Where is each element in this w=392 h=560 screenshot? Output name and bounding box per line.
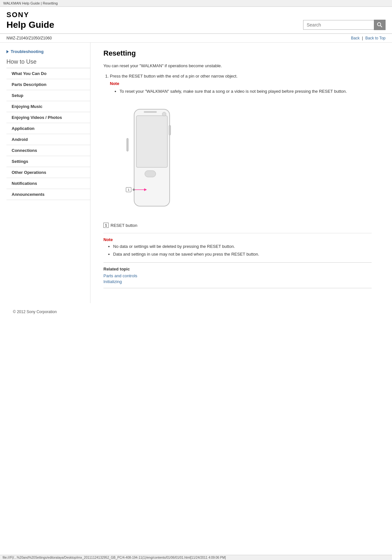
sidebar-item-enjoying-music[interactable]: Enjoying Music (6, 101, 90, 112)
svg-point-13 (162, 112, 166, 116)
svg-rect-4 (144, 111, 157, 113)
bottom-note-list: No data or settings will be deleted by p… (113, 243, 372, 257)
bottom-note-item-2: Data and settings in use may not be save… (113, 251, 372, 258)
svg-rect-3 (136, 116, 167, 167)
steps-list: Press the RESET button with the end of a… (110, 73, 372, 95)
svg-point-9 (133, 189, 135, 191)
svg-rect-6 (169, 125, 171, 135)
nav-separator: | (362, 36, 363, 40)
svg-line-1 (380, 26, 382, 27)
help-guide-title: Help Guide (6, 20, 54, 30)
sidebar-item-android[interactable]: Android (6, 134, 90, 145)
svg-point-0 (377, 23, 381, 26)
sidebar-item-setup[interactable]: Setup (6, 90, 90, 101)
back-to-top-link[interactable]: Back to Top (366, 36, 386, 40)
site-header: SONY Help Guide (0, 7, 392, 34)
related-topic-section: Related topic Parts and controls Initial… (103, 262, 372, 288)
note-list-inline: To reset your "WALKMAN" safely, make sur… (120, 88, 372, 95)
bottom-note: Note No data or settings will be deleted… (103, 233, 372, 257)
troubleshooting-label: Troubleshooting (11, 49, 44, 54)
bottom-note-item-1: No data or settings will be deleted by p… (113, 243, 372, 250)
step-1: Press the RESET button with the end of a… (110, 73, 372, 95)
related-topic-label: Related topic (103, 267, 372, 271)
sidebar-item-notifications[interactable]: Notifications (6, 178, 90, 189)
sony-logo: SONY (6, 11, 54, 19)
page-tab-title: WALKMAN Help Guide | Resetting (3, 1, 58, 5)
how-to-use-title: How to Use (6, 58, 90, 68)
sidebar-item-announcements[interactable]: Announcements (6, 189, 90, 200)
sidebar-item-settings[interactable]: Settings (6, 156, 90, 167)
sidebar-item-parts-description[interactable]: Parts Description (6, 79, 90, 90)
search-container (303, 20, 386, 30)
svg-rect-12 (127, 138, 128, 151)
device-illustration-container: 1 (116, 106, 187, 217)
sidebar: Troubleshooting How to Use What You Can … (0, 43, 90, 303)
search-button[interactable] (374, 20, 386, 30)
sub-header: NWZ-Z1040/Z1050/Z1060 Back | Back to Top (0, 34, 392, 43)
back-link[interactable]: Back (351, 36, 360, 40)
device-svg: 1 (116, 106, 181, 216)
intro-text: You can reset your "WALKMAN" if operatio… (103, 63, 372, 69)
bottom-note-label: Note (103, 237, 372, 242)
page-title: Resetting (103, 49, 372, 58)
copyright-text: © 2012 Sony Corporation (13, 310, 57, 314)
device-caption: 1 RESET button (103, 223, 372, 228)
model-number: NWZ-Z1040/Z1050/Z1060 (6, 36, 52, 40)
related-topic-divider (103, 288, 372, 288)
sidebar-item-other-operations[interactable]: Other Operations (6, 167, 90, 178)
main-layout: Troubleshooting How to Use What You Can … (0, 43, 392, 303)
reset-button-label: RESET button (111, 223, 137, 228)
footer: © 2012 Sony Corporation (0, 303, 392, 324)
sidebar-item-what-you-can-do[interactable]: What You Can Do (6, 68, 90, 79)
search-input[interactable] (303, 20, 374, 30)
note-label-inline: Note (110, 80, 372, 87)
sidebar-item-connections[interactable]: Connections (6, 145, 90, 156)
related-link-initializing[interactable]: Initializing (103, 279, 372, 284)
sidebar-item-enjoying-videos[interactable]: Enjoying Videos / Photos (6, 112, 90, 123)
note-item-1: To reset your "WALKMAN" safely, make sur… (120, 88, 372, 95)
nav-links: Back | Back to Top (351, 36, 386, 40)
chevron-right-icon (6, 50, 9, 53)
caption-number: 1 (103, 223, 109, 228)
step-1-text: Press the RESET button with the end of a… (110, 74, 238, 79)
svg-text:1: 1 (128, 188, 129, 191)
troubleshooting-section[interactable]: Troubleshooting (6, 49, 90, 54)
svg-rect-5 (145, 171, 156, 177)
search-icon (377, 22, 382, 27)
sidebar-item-application[interactable]: Application (6, 123, 90, 134)
browser-title: WALKMAN Help Guide | Resetting (0, 0, 392, 7)
content-area: Resetting You can reset your "WALKMAN" i… (90, 43, 381, 303)
related-link-parts-controls[interactable]: Parts and controls (103, 273, 372, 278)
header-branding: SONY Help Guide (6, 11, 54, 30)
